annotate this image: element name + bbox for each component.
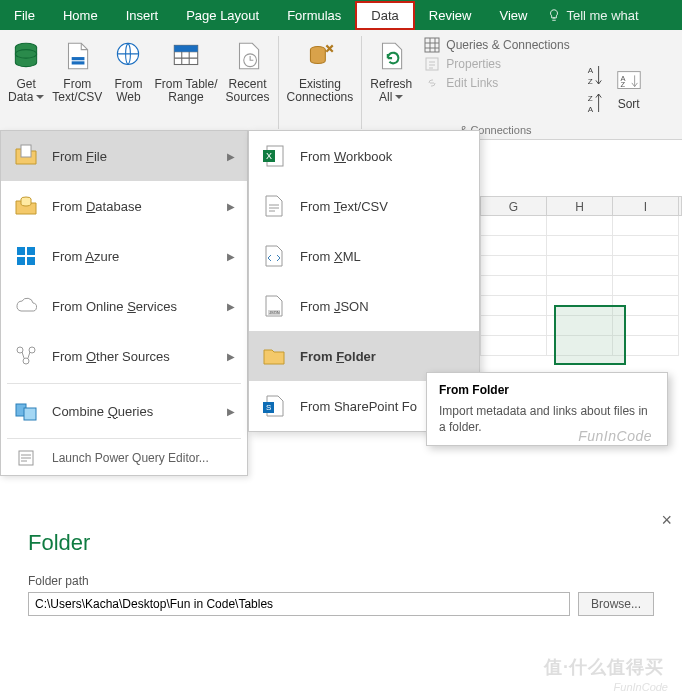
tooltip-title: From Folder (439, 383, 655, 397)
refresh-all-label: Refresh All (370, 78, 412, 104)
sort-button[interactable]: AZ Sort (610, 66, 648, 111)
close-icon[interactable]: × (661, 510, 672, 531)
database-folder-icon (13, 193, 39, 219)
file-csv-icon (59, 36, 95, 76)
existing-connections-label: Existing Connections (287, 78, 354, 104)
refresh-all-button[interactable]: Refresh All (366, 32, 416, 139)
tab-review[interactable]: Review (415, 0, 486, 30)
folder-file-icon (13, 143, 39, 169)
refresh-icon (373, 36, 409, 76)
edit-links-label: Edit Links (446, 76, 498, 90)
azure-icon (13, 243, 39, 269)
cloud-icon (13, 293, 39, 319)
lightbulb-icon (547, 8, 561, 22)
from-text-csv-label: From Text/CSV (52, 78, 102, 104)
dd-launch-pq-editor-label: Launch Power Query Editor... (52, 451, 209, 465)
link-icon (424, 75, 440, 91)
svg-text:Z: Z (588, 77, 593, 86)
dd-from-other-sources-label: From Other Sources (52, 349, 170, 364)
dd-from-sharepoint-folder-label: From SharePoint Fo (300, 399, 417, 414)
recent-icon (230, 36, 266, 76)
from-web-button[interactable]: From Web (106, 32, 150, 139)
ribbon-data: Get Data From Text/CSV From Web From Tab… (0, 30, 682, 140)
get-data-button[interactable]: Get Data (4, 32, 48, 139)
existing-connections-button[interactable]: Existing Connections (283, 32, 358, 139)
browse-button[interactable]: Browse... (578, 592, 654, 616)
folder-path-input[interactable] (28, 592, 570, 616)
dd-from-json[interactable]: JSON From JSON (249, 281, 479, 331)
from-text-csv-button[interactable]: From Text/CSV (48, 32, 106, 139)
other-sources-icon (13, 343, 39, 369)
svg-text:A: A (588, 66, 594, 75)
dd-combine-queries-label: Combine Queries (52, 404, 153, 419)
properties-label: Properties (446, 57, 501, 71)
dd-combine-queries[interactable]: Combine Queries ▶ (1, 386, 247, 436)
svg-point-26 (23, 358, 29, 364)
recent-sources-button[interactable]: Recent Sources (222, 32, 274, 139)
tab-insert[interactable]: Insert (112, 0, 173, 30)
col-header-i[interactable]: I (613, 197, 679, 215)
table-icon (168, 36, 204, 76)
dd-from-workbook[interactable]: X From Workbook (249, 131, 479, 181)
chevron-right-icon: ▶ (227, 251, 235, 262)
folder-dialog-title: Folder (28, 530, 654, 556)
tab-view[interactable]: View (485, 0, 541, 30)
dd-from-xml-label: From XML (300, 249, 361, 264)
dd-from-azure[interactable]: From Azure ▶ (1, 231, 247, 281)
sort-big-icon: AZ (614, 66, 644, 96)
properties-icon (424, 56, 440, 72)
dd-launch-pq-editor[interactable]: Launch Power Query Editor... (1, 441, 247, 475)
grid-icon (424, 37, 440, 53)
menu-separator (7, 438, 241, 439)
sort-label: Sort (618, 98, 640, 111)
dd-from-json-label: From JSON (300, 299, 369, 314)
sort-desc-icon[interactable]: ZA (586, 90, 604, 116)
tab-home[interactable]: Home (49, 0, 112, 30)
menu-separator (7, 383, 241, 384)
tab-file[interactable]: File (0, 0, 49, 30)
dd-from-workbook-label: From Workbook (300, 149, 392, 164)
chevron-right-icon: ▶ (227, 406, 235, 417)
editor-icon (13, 449, 39, 467)
chevron-right-icon: ▶ (227, 151, 235, 162)
svg-rect-9 (425, 38, 439, 52)
from-web-label: From Web (114, 78, 142, 104)
dd-from-other-sources[interactable]: From Other Sources ▶ (1, 331, 247, 381)
col-header-g[interactable]: G (481, 197, 547, 215)
col-header-h[interactable]: H (547, 197, 613, 215)
svg-rect-6 (174, 45, 197, 51)
tab-formulas[interactable]: Formulas (273, 0, 355, 30)
svg-rect-28 (24, 408, 36, 420)
queries-connections-button[interactable]: Queries & Connections (424, 37, 569, 53)
tab-data[interactable]: Data (355, 1, 414, 30)
get-data-label: Get Data (8, 78, 44, 104)
svg-text:S: S (266, 403, 271, 412)
folder-dialog: Folder Folder path Browse... (28, 530, 654, 616)
dd-from-xml[interactable]: From XML (249, 231, 479, 281)
tell-me-search[interactable]: Tell me what (541, 0, 644, 30)
chevron-right-icon: ▶ (227, 301, 235, 312)
xml-file-icon (261, 243, 287, 269)
connection-icon (302, 36, 338, 76)
dd-from-online-services-label: From Online Services (52, 299, 177, 314)
svg-rect-23 (27, 257, 35, 265)
dd-from-file[interactable]: From File ▶ (1, 131, 247, 181)
sort-asc-icon[interactable]: AZ (586, 62, 604, 88)
from-table-range-button[interactable]: From Table/ Range (150, 32, 221, 139)
edit-links-button[interactable]: Edit Links (424, 75, 569, 91)
tell-me-label: Tell me what (566, 8, 638, 23)
recent-sources-label: Recent Sources (226, 78, 270, 104)
json-file-icon: JSON (261, 293, 287, 319)
selected-cell-range[interactable] (554, 305, 626, 365)
watermark: FunInCode (614, 681, 668, 693)
excel-icon: X (261, 143, 287, 169)
properties-button[interactable]: Properties (424, 56, 569, 72)
sharepoint-icon: S (261, 393, 287, 419)
folder-icon (261, 343, 287, 369)
dd-from-online-services[interactable]: From Online Services ▶ (1, 281, 247, 331)
globe-icon (110, 36, 146, 76)
tab-page-layout[interactable]: Page Layout (172, 0, 273, 30)
dd-from-database[interactable]: From Database ▶ (1, 181, 247, 231)
dd-from-text-csv[interactable]: From Text/CSV (249, 181, 479, 231)
watermark: 值·什么值得买 (544, 655, 664, 679)
